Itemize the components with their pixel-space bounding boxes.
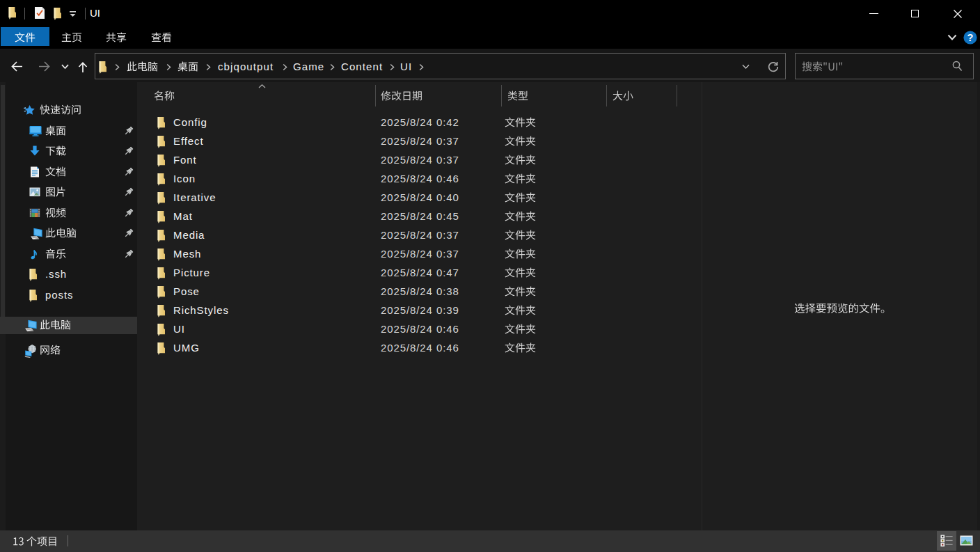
svg-text:?: ? xyxy=(967,32,974,43)
